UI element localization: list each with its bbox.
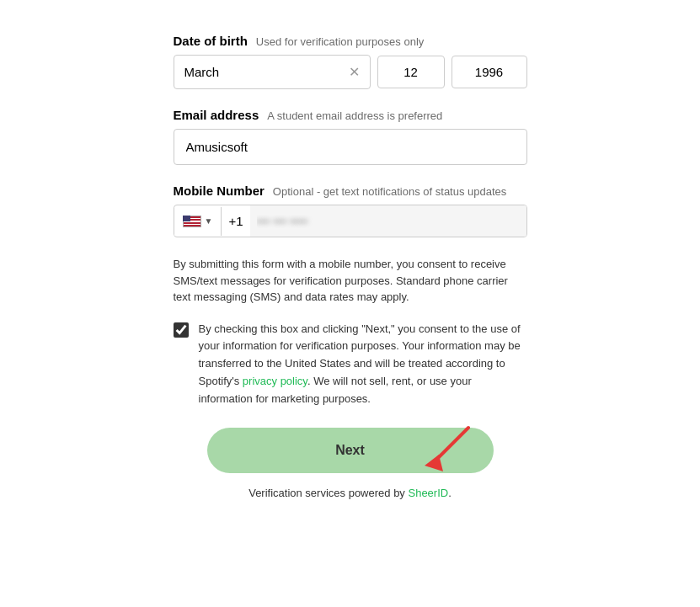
dob-inputs-row: ✕: [174, 55, 527, 89]
dob-month-field[interactable]: ✕: [174, 55, 371, 89]
dob-year-input[interactable]: [452, 56, 527, 88]
phone-input-row: ▼ +1: [174, 205, 527, 237]
consent-text: By checking this box and clicking "Next,…: [199, 321, 527, 408]
mobile-label-row: Mobile Number Optional - get text notifi…: [174, 184, 527, 198]
phone-prefix: +1: [222, 205, 249, 237]
dob-label-row: Date of birth Used for verification purp…: [174, 34, 527, 48]
email-field-group: Email address A student email address is…: [174, 108, 527, 165]
dob-label: Date of birth: [174, 34, 248, 48]
footer-text: Verification services powered by: [248, 487, 408, 499]
sheerid-link[interactable]: SheerID: [408, 487, 448, 499]
dob-field-group: Date of birth Used for verification purp…: [174, 34, 527, 89]
dob-month-input[interactable]: [184, 65, 345, 79]
email-label-row: Email address A student email address is…: [174, 108, 527, 122]
footer-period: .: [448, 487, 452, 499]
consent-row: By checking this box and clicking "Next,…: [174, 321, 527, 408]
privacy-policy-link[interactable]: privacy policy: [243, 375, 307, 387]
country-chevron-icon: ▼: [205, 216, 213, 226]
mobile-hint: Optional - get text notifications of sta…: [273, 185, 507, 198]
form-container: Date of birth Used for verification purp…: [140, 17, 561, 516]
dob-hint: Used for verification purposes only: [256, 35, 424, 48]
email-input[interactable]: [174, 129, 527, 165]
email-hint: A student email address is preferred: [267, 109, 442, 122]
next-button[interactable]: Next: [207, 428, 494, 473]
sms-notice: By submitting this form with a mobile nu…: [174, 256, 527, 306]
footer: Verification services powered by SheerID…: [174, 487, 527, 499]
mobile-field-group: Mobile Number Optional - get text notifi…: [174, 184, 527, 237]
consent-checkbox[interactable]: [174, 322, 189, 338]
mobile-label: Mobile Number: [174, 184, 265, 198]
clear-month-icon[interactable]: ✕: [349, 64, 360, 80]
email-label: Email address: [174, 108, 259, 122]
us-flag-icon: [183, 216, 201, 227]
dob-day-input[interactable]: [377, 56, 445, 88]
phone-number-input[interactable]: [250, 205, 526, 237]
country-selector[interactable]: ▼: [174, 207, 222, 236]
next-btn-wrapper: Next: [174, 428, 527, 473]
